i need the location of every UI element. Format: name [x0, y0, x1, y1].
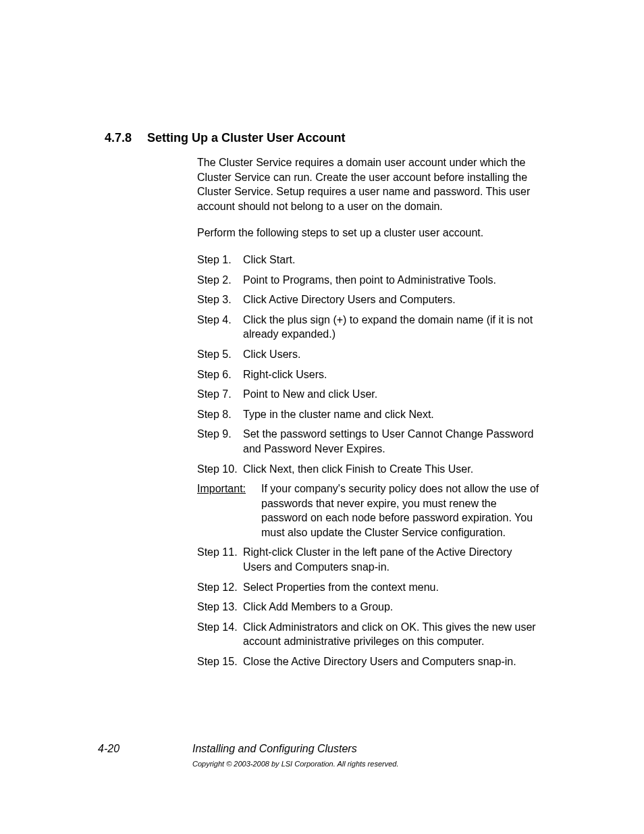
steps-list-b: Step 11.Right-click Cluster in the left …	[197, 545, 541, 669]
intro-paragraph-2: Perform the following steps to set up a …	[197, 226, 541, 240]
step-text: Click Add Members to a Group.	[243, 600, 541, 615]
page-footer: 4-20 Installing and Configuring Clusters…	[98, 741, 543, 768]
step-row: Step 10.Click Next, then click Finish to…	[197, 462, 541, 477]
step-row: Step 5.Click Users.	[197, 347, 541, 362]
intro-paragraph-1: The Cluster Service requires a domain us…	[197, 155, 541, 213]
step-row: Step 15.Close the Active Directory Users…	[197, 654, 541, 669]
step-label: Step 8.	[197, 407, 243, 422]
step-text: Point to Programs, then point to Adminis…	[243, 273, 541, 288]
step-text: Click Active Directory Users and Compute…	[243, 292, 541, 307]
important-text: If your company's security policy does n…	[261, 481, 541, 540]
step-text: Type in the cluster name and click Next.	[243, 407, 541, 422]
step-text: Click Administrators and click on OK. Th…	[243, 620, 541, 649]
step-label: Step 7.	[197, 387, 243, 402]
section-heading: 4.7.8 Setting Up a Cluster User Account	[105, 130, 345, 146]
step-label: Step 1.	[197, 253, 243, 267]
step-row: Step 14.Click Administrators and click o…	[197, 620, 541, 649]
step-label: Step 15.	[197, 654, 243, 669]
page: 4.7.8 Setting Up a Cluster User Account …	[0, 0, 644, 834]
step-row: Step 13.Click Add Members to a Group.	[197, 600, 541, 615]
step-row: Step 8.Type in the cluster name and clic…	[197, 407, 541, 422]
step-label: Step 2.	[197, 273, 243, 288]
important-note: Important: If your company's security po…	[197, 481, 541, 540]
page-number: 4-20	[98, 741, 192, 756]
step-row: Step 9.Set the password settings to User…	[197, 427, 541, 456]
step-row: Step 11.Right-click Cluster in the left …	[197, 545, 541, 574]
step-text: Set the password settings to User Cannot…	[243, 427, 541, 456]
body-column: The Cluster Service requires a domain us…	[197, 155, 541, 675]
step-row: Step 7.Point to New and click User.	[197, 387, 541, 402]
step-row: Step 2.Point to Programs, then point to …	[197, 273, 541, 288]
step-text: Point to New and click User.	[243, 387, 541, 402]
step-text: Click Next, then click Finish to Create …	[243, 462, 541, 477]
step-text: Close the Active Directory Users and Com…	[243, 654, 541, 669]
important-label: Important:	[197, 481, 261, 496]
step-label: Step 14.	[197, 620, 243, 635]
step-row: Step 3.Click Active Directory Users and …	[197, 292, 541, 307]
copyright-text: Copyright © 2003-2008 by LSI Corporation…	[192, 759, 398, 769]
step-label: Step 11.	[197, 545, 243, 560]
step-label: Step 5.	[197, 347, 243, 362]
step-text: Click Start.	[243, 253, 541, 267]
steps-list-a: Step 1.Click Start.Step 2.Point to Progr…	[197, 253, 541, 476]
chapter-title: Installing and Configuring Clusters	[192, 741, 398, 756]
step-label: Step 10.	[197, 462, 243, 477]
step-label: Step 6.	[197, 367, 243, 382]
section-number: 4.7.8	[105, 130, 132, 146]
step-text: Click Users.	[243, 347, 541, 362]
step-row: Step 1.Click Start.	[197, 253, 541, 267]
step-text: Right-click Cluster in the left pane of …	[243, 545, 541, 574]
step-label: Step 12.	[197, 580, 243, 595]
step-label: Step 3.	[197, 292, 243, 307]
step-row: Step 12.Select Properties from the conte…	[197, 580, 541, 595]
step-text: Select Properties from the context menu.	[243, 580, 541, 595]
step-label: Step 9.	[197, 427, 243, 442]
step-label: Step 13.	[197, 600, 243, 615]
step-label: Step 4.	[197, 313, 243, 328]
step-text: Right-click Users.	[243, 367, 541, 382]
step-row: Step 6.Right-click Users.	[197, 367, 541, 382]
section-title: Setting Up a Cluster User Account	[147, 131, 345, 145]
step-text: Click the plus sign (+) to expand the do…	[243, 313, 541, 342]
step-row: Step 4.Click the plus sign (+) to expand…	[197, 313, 541, 342]
